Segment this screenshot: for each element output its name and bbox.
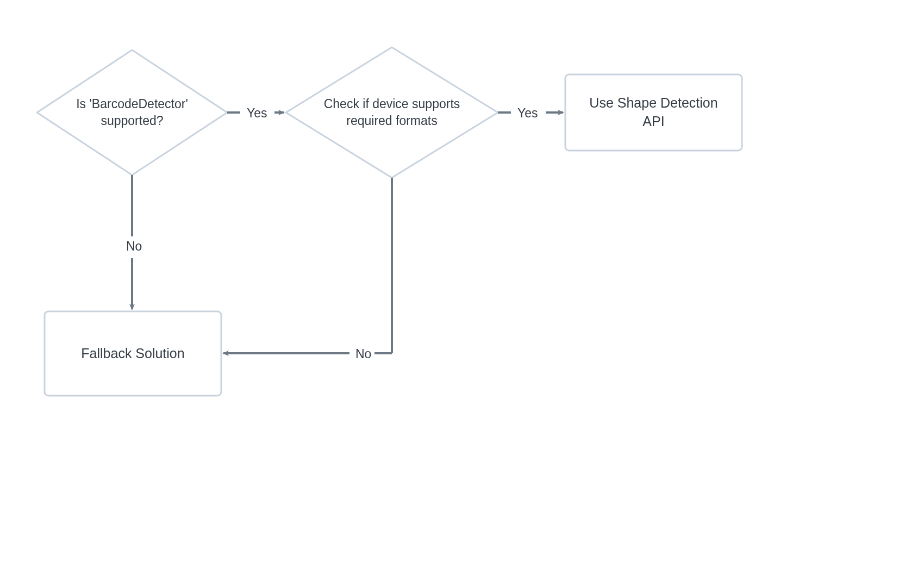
flowchart-svg: [0, 0, 924, 575]
text-line: API: [642, 114, 664, 129]
node-use-shape-api-label: Use Shape Detection API: [565, 74, 742, 151]
edge-label-d1-yes: Yes: [244, 105, 271, 122]
decision-barcode-detector-label: Is 'BarcodeDetector' supported?: [54, 95, 210, 130]
edge-label-d2-yes: Yes: [514, 105, 541, 122]
decision-device-formats-label: Check if device supports required format…: [304, 95, 479, 130]
text-line: supported?: [101, 114, 163, 128]
edge-label-d1-no: No: [123, 238, 145, 255]
text-line: Use Shape Detection: [589, 95, 717, 110]
text-line: required formats: [346, 114, 437, 128]
text-line: Check if device supports: [324, 97, 460, 111]
edge-label-d2-no: No: [352, 346, 374, 362]
text-line: Is 'BarcodeDetector': [76, 97, 188, 111]
node-fallback-solution-label: Fallback Solution: [45, 311, 221, 396]
